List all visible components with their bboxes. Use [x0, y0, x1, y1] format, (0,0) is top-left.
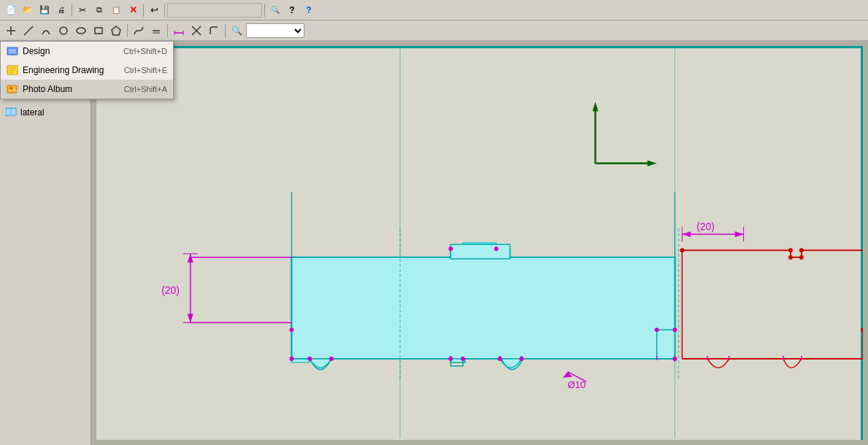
- engineering-shortcut: Ctrl+Shift+E: [124, 66, 167, 75]
- svg-point-52: [448, 246, 453, 251]
- help-icon: ?: [289, 5, 294, 15]
- svg-point-64: [672, 357, 677, 361]
- copy-button[interactable]: ⧉: [91, 2, 107, 18]
- trim-icon: [191, 26, 201, 36]
- delete-button[interactable]: ✕: [125, 2, 141, 18]
- photo-album-icon: [7, 83, 18, 95]
- svg-marker-25: [593, 102, 599, 111]
- svg-rect-13: [9, 49, 16, 53]
- svg-point-77: [799, 248, 804, 252]
- line-icon: [23, 26, 34, 36]
- copy-icon: ⧉: [96, 5, 102, 15]
- print-button[interactable]: 🖨: [53, 2, 69, 18]
- svg-marker-32: [188, 314, 193, 323]
- undo-icon: ↩: [150, 4, 158, 15]
- separator-5: [127, 24, 128, 37]
- open-button[interactable]: 📂: [20, 2, 36, 18]
- svg-point-79: [861, 327, 863, 332]
- svg-point-73: [680, 248, 684, 252]
- engineering-icon: [7, 64, 18, 76]
- move-icon: [6, 26, 16, 36]
- svg-point-74: [788, 248, 793, 252]
- main-toolbar: 📄 📂 💾 🖨 ✂ ⧉ 📋 ✕ ↩ 🔍: [0, 0, 868, 20]
- svg-rect-40: [291, 257, 675, 359]
- main-content: Design Ctrl+Shift+D Engineering Drawing: [0, 41, 868, 445]
- svg-point-76: [799, 255, 804, 259]
- fillet-icon: [209, 26, 219, 36]
- search-button[interactable]: 🔍: [267, 2, 283, 18]
- dropdown-menu: Design Ctrl+Shift+D Engineering Drawing: [0, 41, 174, 99]
- tree-item-lateral[interactable]: lateral: [3, 105, 47, 120]
- lateral-icon: [6, 107, 18, 118]
- help2-button[interactable]: ?: [301, 2, 317, 18]
- polygon-tool[interactable]: [108, 23, 124, 39]
- svg-rect-41: [450, 244, 510, 259]
- separator-4: [264, 4, 265, 17]
- view-select[interactable]: [246, 23, 304, 38]
- menu-item-photo-album[interactable]: Photo Album Ctrl+Shift+A: [1, 80, 173, 99]
- canvas-area[interactable]: (20) (20): [91, 41, 868, 445]
- new-button[interactable]: 📄: [3, 2, 19, 18]
- menu-item-engineering[interactable]: Engineering Drawing Ctrl+Shift+E: [1, 61, 173, 80]
- spline-tool[interactable]: [131, 23, 147, 39]
- delete-icon: ✕: [129, 4, 137, 15]
- svg-point-55: [672, 327, 677, 332]
- undo-button[interactable]: ↩: [146, 2, 162, 18]
- svg-point-58: [329, 357, 334, 361]
- arc-tool[interactable]: [38, 23, 54, 39]
- svg-marker-27: [648, 161, 657, 167]
- move-tool[interactable]: [3, 23, 19, 39]
- polygon-icon: [111, 26, 121, 36]
- rect-tool[interactable]: [91, 23, 107, 39]
- svg-marker-31: [188, 254, 193, 262]
- sidebar: Design Ctrl+Shift+D Engineering Drawing: [0, 41, 91, 445]
- svg-point-75: [788, 255, 793, 259]
- cut-button[interactable]: ✂: [74, 2, 91, 18]
- svg-point-3: [60, 27, 67, 34]
- design-icon: [7, 45, 18, 57]
- design-shortcut: Ctrl+Shift+D: [123, 47, 167, 56]
- print-icon: 🖨: [58, 6, 65, 14]
- photo-album-shortcut: Ctrl+Shift+A: [124, 85, 167, 94]
- svg-marker-37: [682, 232, 691, 237]
- dimension-tool[interactable]: [171, 23, 187, 39]
- svg-point-60: [461, 357, 465, 361]
- paste-icon: 📋: [112, 6, 120, 14]
- save-button[interactable]: 💾: [37, 2, 53, 18]
- zoom-tool[interactable]: 🔍: [228, 23, 245, 39]
- line-tool[interactable]: [20, 23, 37, 39]
- circle-icon: [58, 26, 69, 36]
- circle-tool[interactable]: [55, 23, 72, 39]
- svg-line-2: [24, 26, 33, 35]
- svg-point-53: [494, 246, 499, 251]
- trim-tool[interactable]: [188, 23, 204, 39]
- command-area: [167, 3, 262, 18]
- app-window: 📄 📂 💾 🖨 ✂ ⧉ 📋 ✕ ↩ 🔍: [0, 0, 868, 445]
- paste-button[interactable]: 📋: [108, 2, 124, 18]
- photo-album-label: Photo Album: [23, 84, 120, 94]
- new-icon: 📄: [6, 5, 16, 15]
- menu-item-design[interactable]: Design Ctrl+Shift+D: [1, 42, 173, 61]
- ellipse-tool[interactable]: [73, 23, 89, 39]
- help-button[interactable]: ?: [284, 2, 300, 18]
- drawing-svg: (20) (20): [96, 46, 863, 440]
- offset-tool[interactable]: [148, 23, 164, 39]
- separator-2: [143, 4, 144, 17]
- svg-point-4: [77, 28, 85, 34]
- svg-text:Ø10: Ø10: [568, 379, 585, 390]
- dimension-icon: [174, 26, 184, 36]
- separator-6: [167, 24, 168, 37]
- lateral-label: lateral: [20, 107, 45, 118]
- ellipse-icon: [76, 26, 86, 36]
- separator-7: [225, 24, 226, 37]
- search-icon: 🔍: [271, 6, 280, 14]
- cut-icon: ✂: [79, 5, 86, 15]
- zoom-icon: 🔍: [231, 26, 242, 36]
- engineering-label: Engineering Drawing: [23, 65, 120, 75]
- separator-1: [72, 4, 72, 17]
- svg-rect-5: [95, 28, 102, 34]
- fillet-tool[interactable]: [206, 23, 222, 39]
- separator-3: [164, 4, 165, 17]
- svg-point-63: [655, 327, 659, 332]
- arc-icon: [41, 26, 51, 36]
